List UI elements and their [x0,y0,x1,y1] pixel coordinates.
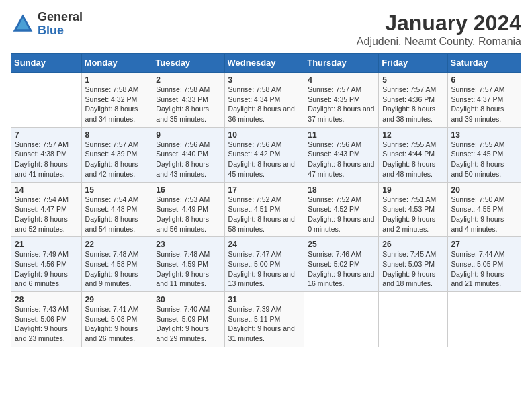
weekday-saturday: Saturday [447,54,521,73]
day-number: 11 [308,130,375,140]
day-daylight: Daylight: 9 hours and 11 minutes. [156,269,220,289]
day-sunrise: Sunrise: 7:40 AM [156,304,220,314]
calendar-cell: 10 Sunrise: 7:56 AM Sunset: 4:42 PM Dayl… [224,127,304,182]
calendar-cell: 16 Sunrise: 7:53 AM Sunset: 4:49 PM Dayl… [152,182,224,237]
day-sunrise: Sunrise: 7:44 AM [451,249,517,259]
calendar-cell: 19 Sunrise: 7:51 AM Sunset: 4:53 PM Dayl… [379,182,447,237]
calendar-cell: 28 Sunrise: 7:43 AM Sunset: 5:06 PM Dayl… [11,292,82,347]
day-daylight: Daylight: 8 hours and 50 minutes. [451,159,517,179]
day-daylight: Daylight: 9 hours and 13 minutes. [228,269,301,289]
day-sunset: Sunset: 4:51 PM [228,204,301,214]
calendar-cell: 22 Sunrise: 7:48 AM Sunset: 4:58 PM Dayl… [81,237,152,292]
day-number: 30 [156,295,220,304]
day-sunset: Sunset: 5:03 PM [382,259,443,269]
day-sunset: Sunset: 4:35 PM [308,95,375,105]
day-sunrise: Sunrise: 7:53 AM [156,195,220,205]
day-sunrise: Sunrise: 7:54 AM [15,195,78,205]
day-daylight: Daylight: 9 hours and 26 minutes. [85,324,149,343]
calendar-cell: 8 Sunrise: 7:57 AM Sunset: 4:39 PM Dayli… [81,127,152,182]
day-sunrise: Sunrise: 7:56 AM [156,140,220,150]
day-sunset: Sunset: 4:49 PM [156,204,220,214]
logo: General Blue [11,11,83,38]
day-number: 10 [228,130,301,140]
calendar-cell: 20 Sunrise: 7:50 AM Sunset: 4:55 PM Dayl… [447,182,521,237]
day-sunset: Sunset: 5:00 PM [228,259,301,269]
calendar-week-row: 7 Sunrise: 7:57 AM Sunset: 4:38 PM Dayli… [11,127,521,182]
day-sunrise: Sunrise: 7:50 AM [451,195,517,205]
day-number: 20 [451,185,517,195]
calendar-cell: 24 Sunrise: 7:47 AM Sunset: 5:00 PM Dayl… [224,237,304,292]
calendar-cell: 14 Sunrise: 7:54 AM Sunset: 4:47 PM Dayl… [11,182,82,237]
day-sunrise: Sunrise: 7:48 AM [85,249,149,259]
calendar-cell: 7 Sunrise: 7:57 AM Sunset: 4:38 PM Dayli… [11,127,82,182]
calendar-cell: 18 Sunrise: 7:52 AM Sunset: 4:52 PM Dayl… [304,182,379,237]
calendar-cell: 1 Sunrise: 7:58 AM Sunset: 4:32 PM Dayli… [81,73,152,128]
day-sunrise: Sunrise: 7:46 AM [308,249,375,259]
weekday-thursday: Thursday [304,54,379,73]
day-sunset: Sunset: 5:09 PM [156,314,220,324]
day-sunset: Sunset: 4:36 PM [382,95,443,105]
weekday-tuesday: Tuesday [152,54,224,73]
day-sunrise: Sunrise: 7:57 AM [308,85,375,95]
day-sunrise: Sunrise: 7:57 AM [451,85,517,95]
day-daylight: Daylight: 9 hours and 2 minutes. [382,214,443,234]
calendar-cell [379,292,447,347]
day-number: 8 [85,130,149,140]
logo-text: General Blue [38,11,83,38]
day-number: 19 [382,185,443,195]
day-number: 28 [15,295,78,304]
day-daylight: Daylight: 8 hours and 58 minutes. [228,214,301,234]
day-number: 18 [308,185,375,195]
day-daylight: Daylight: 9 hours and 9 minutes. [85,269,149,289]
day-sunrise: Sunrise: 7:43 AM [15,304,78,314]
calendar-cell: 26 Sunrise: 7:45 AM Sunset: 5:03 PM Dayl… [379,237,447,292]
day-number: 9 [156,130,220,140]
day-sunrise: Sunrise: 7:41 AM [85,304,149,314]
day-sunrise: Sunrise: 7:57 AM [15,140,78,150]
day-sunset: Sunset: 4:58 PM [85,259,149,269]
calendar-cell: 3 Sunrise: 7:58 AM Sunset: 4:34 PM Dayli… [224,73,304,128]
day-number: 26 [382,240,443,249]
day-daylight: Daylight: 8 hours and 37 minutes. [308,104,375,124]
day-sunset: Sunset: 4:43 PM [308,149,375,159]
calendar-cell: 27 Sunrise: 7:44 AM Sunset: 5:05 PM Dayl… [447,237,521,292]
logo-icon [11,12,35,36]
day-daylight: Daylight: 8 hours and 56 minutes. [156,214,220,234]
calendar-cell: 30 Sunrise: 7:40 AM Sunset: 5:09 PM Dayl… [152,292,224,347]
day-sunset: Sunset: 4:42 PM [228,149,301,159]
day-daylight: Daylight: 9 hours and 31 minutes. [228,324,301,343]
calendar-cell: 9 Sunrise: 7:56 AM Sunset: 4:40 PM Dayli… [152,127,224,182]
day-number: 3 [228,75,301,85]
day-daylight: Daylight: 9 hours and 6 minutes. [15,269,78,289]
day-daylight: Daylight: 8 hours and 34 minutes. [85,104,149,124]
day-daylight: Daylight: 8 hours and 45 minutes. [228,159,301,179]
calendar-cell: 13 Sunrise: 7:55 AM Sunset: 4:45 PM Dayl… [447,127,521,182]
calendar-cell: 31 Sunrise: 7:39 AM Sunset: 5:11 PM Dayl… [224,292,304,347]
day-sunset: Sunset: 4:52 PM [308,204,375,214]
day-sunset: Sunset: 4:48 PM [85,204,149,214]
day-sunrise: Sunrise: 7:52 AM [308,195,375,205]
month-title: January 2024 [357,11,521,36]
day-sunrise: Sunrise: 7:57 AM [382,85,443,95]
day-daylight: Daylight: 9 hours and 29 minutes. [156,324,220,343]
day-sunset: Sunset: 4:40 PM [156,149,220,159]
day-daylight: Daylight: 8 hours and 52 minutes. [15,214,78,234]
day-sunset: Sunset: 4:53 PM [382,204,443,214]
day-sunrise: Sunrise: 7:54 AM [85,195,149,205]
day-sunrise: Sunrise: 7:45 AM [382,249,443,259]
day-number: 27 [451,240,517,249]
calendar-cell: 23 Sunrise: 7:48 AM Sunset: 4:59 PM Dayl… [152,237,224,292]
day-daylight: Daylight: 8 hours and 39 minutes. [451,104,517,124]
day-sunrise: Sunrise: 7:48 AM [156,249,220,259]
day-sunrise: Sunrise: 7:39 AM [228,304,301,314]
day-sunset: Sunset: 4:55 PM [451,204,517,214]
day-sunset: Sunset: 4:44 PM [382,149,443,159]
day-sunrise: Sunrise: 7:52 AM [228,195,301,205]
calendar-week-row: 1 Sunrise: 7:58 AM Sunset: 4:32 PM Dayli… [11,73,521,128]
day-sunrise: Sunrise: 7:55 AM [451,140,517,150]
header: General Blue January 2024 Adjudeni, Neam… [11,11,521,48]
calendar-cell: 2 Sunrise: 7:58 AM Sunset: 4:33 PM Dayli… [152,73,224,128]
day-number: 23 [156,240,220,249]
day-sunset: Sunset: 4:34 PM [228,95,301,105]
day-sunset: Sunset: 4:47 PM [15,204,78,214]
